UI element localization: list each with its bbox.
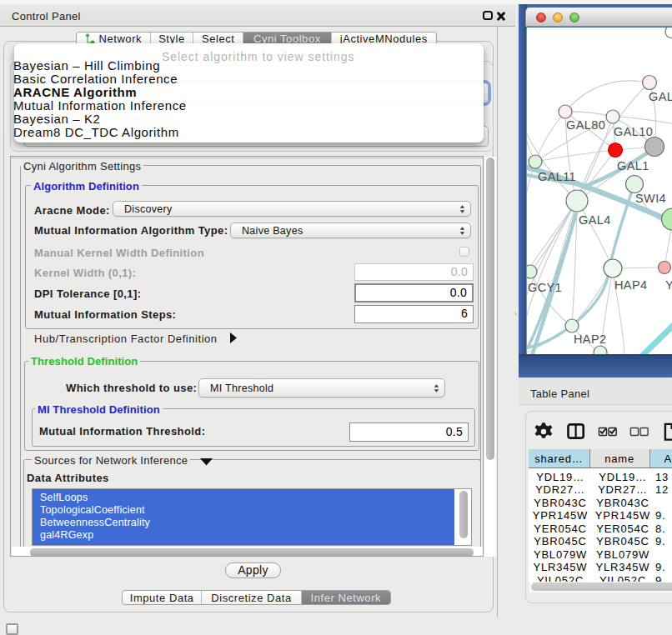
svg-text:GAL2: GAL2 bbox=[649, 90, 672, 103]
svg-text:GAL80: GAL80 bbox=[566, 118, 605, 132]
svg-text:HAP2: HAP2 bbox=[574, 332, 606, 346]
svg-text:GAL11: GAL11 bbox=[538, 170, 576, 183]
svg-text:GAL10: GAL10 bbox=[614, 125, 653, 138]
svg-text:HAP4: HAP4 bbox=[614, 278, 647, 292]
svg-text:GAL4: GAL4 bbox=[579, 213, 611, 227]
svg-text:SWI4: SWI4 bbox=[635, 192, 666, 205]
svg-text:GCY1: GCY1 bbox=[528, 281, 562, 294]
svg-text:Y: Y bbox=[665, 278, 672, 292]
svg-text:GAL1: GAL1 bbox=[617, 159, 649, 172]
